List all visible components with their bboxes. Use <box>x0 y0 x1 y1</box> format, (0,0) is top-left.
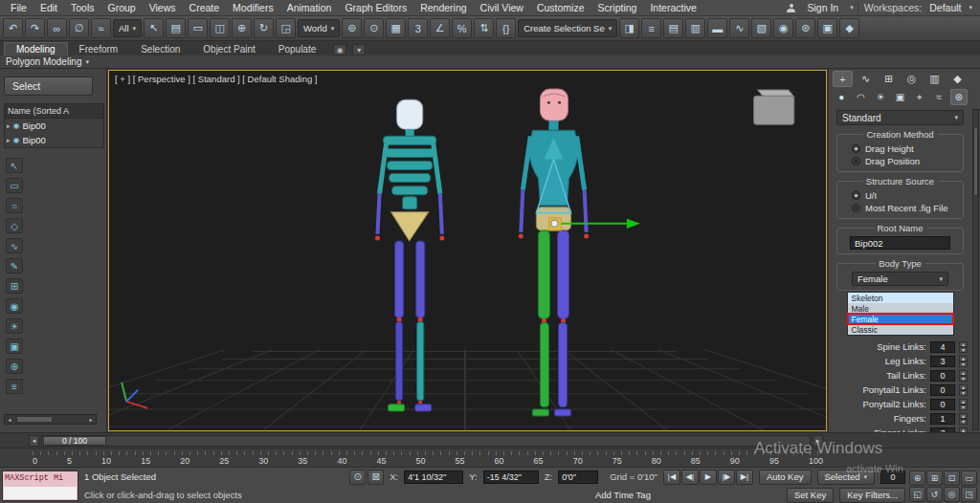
scroll-right-icon[interactable]: ▸ <box>86 415 96 424</box>
menu-item[interactable]: Tools <box>64 2 101 13</box>
time-slider-track[interactable]: 0 / 100 <box>41 435 811 447</box>
curve-editor-icon[interactable]: ∿ <box>729 18 749 38</box>
horizontal-scrollbar[interactable]: ◂ ▸ <box>4 414 97 425</box>
motion-tab-icon[interactable]: ◎ <box>902 71 922 87</box>
playback-button[interactable]: ◀| <box>681 470 699 485</box>
maxscript-mini-listener[interactable]: MAXScript Mi <box>2 470 78 501</box>
select-by-name-icon[interactable]: ▤ <box>166 18 186 38</box>
spinner-buttons[interactable]: ▴▾ <box>959 384 968 396</box>
spinner-buttons[interactable]: ▴▾ <box>959 370 968 382</box>
spinner-snap-icon[interactable]: ⇅ <box>474 18 494 38</box>
menu-item[interactable]: Modifiers <box>226 2 280 13</box>
select-and-scale-icon[interactable]: ◲ <box>276 18 296 38</box>
x-coordinate-field[interactable]: 4'1 10/32" <box>404 470 463 484</box>
ribbon-config-icon[interactable]: ◉ <box>333 44 346 55</box>
helpers-category-icon[interactable]: ⌖ <box>911 89 928 105</box>
orbit-icon[interactable]: ↺ <box>926 487 943 502</box>
display-lights-icon[interactable]: ☀ <box>6 318 23 334</box>
tab-populate[interactable]: Populate <box>267 43 327 55</box>
select-and-link-icon[interactable]: ∞ <box>47 18 67 38</box>
eye-icon[interactable]: ◉ <box>13 136 20 144</box>
eye-icon[interactable]: ◉ <box>13 121 20 130</box>
prev-frame-arrow-icon[interactable]: ◂ <box>29 435 39 447</box>
next-frame-arrow-icon[interactable]: ▸ <box>813 435 823 447</box>
toggle-layer-explorer-icon[interactable]: ▥ <box>685 18 705 38</box>
menu-item[interactable]: Animation <box>280 2 339 13</box>
utilities-tab-icon[interactable]: ◆ <box>947 71 968 87</box>
align-icon[interactable]: ≡ <box>641 18 661 38</box>
biped-skeleton-figure[interactable] <box>375 99 444 411</box>
menu-item[interactable]: Graph Editors <box>338 2 413 13</box>
zoom-extents-icon[interactable]: ⊡ <box>944 470 960 486</box>
playback-button[interactable]: ▶ <box>700 470 717 485</box>
modify-tab-icon[interactable]: ∿ <box>856 71 876 87</box>
spinner-buttons[interactable]: ▴▾ <box>959 356 968 367</box>
panel-scrollbar[interactable] <box>972 109 979 430</box>
percent-snap-icon[interactable]: % <box>452 18 472 38</box>
viewport-canvas[interactable] <box>109 71 826 430</box>
named-selection-set-dropdown[interactable]: Create Selection Se ▾ <box>518 19 617 37</box>
select-and-manipulate-icon[interactable]: ⊙ <box>364 18 384 38</box>
rendered-frame-window-icon[interactable]: ▣ <box>817 18 837 38</box>
select-icon[interactable]: ↖ <box>6 158 23 173</box>
cameras-category-icon[interactable]: ▣ <box>891 89 908 105</box>
menu-item[interactable]: File <box>4 2 33 13</box>
select-object-icon[interactable]: ↖ <box>144 18 164 38</box>
menu-item[interactable]: Edit <box>33 2 64 13</box>
dropdown-item-female[interactable]: Female <box>848 314 953 324</box>
display-helpers-icon[interactable]: ⊕ <box>6 359 23 374</box>
circle-select-icon[interactable]: ○ <box>6 198 23 213</box>
spinner-buttons[interactable]: ▴▾ <box>959 413 968 425</box>
display-geometry-icon[interactable]: ⊞ <box>6 278 23 294</box>
window-crossing-icon[interactable]: ◫ <box>210 18 230 38</box>
maximize-viewport-icon[interactable]: ◳ <box>961 487 977 502</box>
select-and-rotate-icon[interactable]: ↻ <box>254 18 274 38</box>
menu-item[interactable]: Customize <box>530 2 591 13</box>
object-type-dropdown[interactable]: Standard ▾ <box>836 110 964 125</box>
auto-key-button[interactable]: Auto Key <box>759 470 812 485</box>
use-pivot-center-icon[interactable]: ⊚ <box>342 18 362 38</box>
geometry-category-icon[interactable]: ● <box>833 89 850 105</box>
fov-icon[interactable]: ◎ <box>944 487 960 502</box>
spacewarps-category-icon[interactable]: ≈ <box>930 89 947 105</box>
isolate-selection-icon[interactable]: ⊙ <box>349 470 366 485</box>
select-and-move-icon[interactable]: ⊕ <box>232 18 252 38</box>
tab-modeling[interactable]: Modeling <box>4 42 68 55</box>
keyboard-override-icon[interactable]: ▦ <box>386 18 406 38</box>
create-tab-icon[interactable]: + <box>833 71 853 87</box>
biped-female-figure[interactable] <box>519 89 589 416</box>
render-setup-icon[interactable]: ⊛ <box>795 18 815 38</box>
time-slider-handle[interactable]: 0 / 100 <box>43 436 106 446</box>
dropdown-item-classic[interactable]: Classic <box>848 324 953 335</box>
viewcube[interactable] <box>754 90 794 124</box>
expand-icon[interactable]: ▸ <box>7 137 11 144</box>
schematic-view-icon[interactable]: ▧ <box>751 18 771 38</box>
radio-drag-height[interactable]: Drag Height <box>842 142 958 155</box>
radio-most-recent-fig[interactable]: Most Recent .fig File <box>842 202 958 214</box>
hierarchy-tab-icon[interactable]: ⊞ <box>879 71 899 87</box>
dropdown-item-male[interactable]: Male <box>848 303 953 314</box>
spinner-buttons[interactable]: ▴▾ <box>959 427 968 433</box>
z-coordinate-field[interactable]: 0'0" <box>558 470 598 484</box>
tab-selection[interactable]: Selection <box>129 43 191 55</box>
spinner-buttons[interactable]: ▴▾ <box>959 399 968 410</box>
display-shapes-icon[interactable]: ◉ <box>6 298 23 314</box>
selection-region-icon[interactable]: ▭ <box>188 18 208 38</box>
current-frame-field[interactable]: 0 <box>880 470 905 484</box>
rectangle-select-icon[interactable]: ▭ <box>6 178 23 193</box>
scrollbar-thumb[interactable] <box>16 416 53 423</box>
ribbon-minimize-icon[interactable]: ▾ <box>352 44 366 55</box>
material-editor-icon[interactable]: ◉ <box>773 18 793 38</box>
tab-freeform[interactable]: Freeform <box>68 43 130 55</box>
reference-coordinate-dropdown[interactable]: World ▾ <box>298 19 340 37</box>
perspective-viewport[interactable]: [ + ] [ Perspective ] [ Standard ] [ Def… <box>108 70 827 431</box>
bind-to-spacewarp-icon[interactable]: ≈ <box>91 18 111 38</box>
menu-item[interactable]: Create <box>183 2 227 13</box>
sort-icon[interactable]: ≡ <box>6 379 23 394</box>
select-header[interactable]: Select <box>4 77 93 96</box>
snaps-toggle-icon[interactable]: 3 <box>408 18 428 38</box>
angle-snap-icon[interactable]: ∠ <box>430 18 450 38</box>
spinner-buttons[interactable]: ▴▾ <box>959 341 968 353</box>
pan-icon[interactable]: ◱ <box>909 487 925 502</box>
listener-pane[interactable] <box>4 487 77 499</box>
